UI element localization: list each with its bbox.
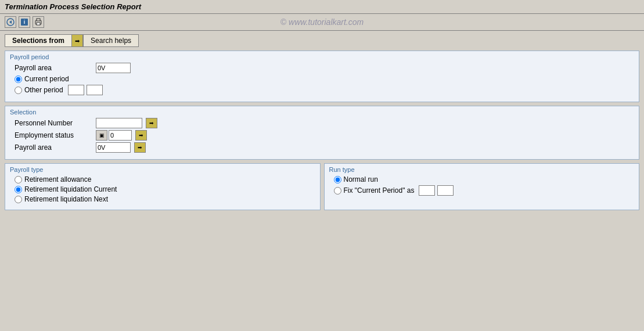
fix-period-input2[interactable] bbox=[437, 185, 454, 196]
fix-current-period-radio[interactable] bbox=[334, 187, 341, 195]
toolbar: i © www.tutorialkart.com bbox=[0, 14, 644, 31]
other-period-radio[interactable] bbox=[15, 87, 22, 94]
info-icon[interactable]: i bbox=[19, 16, 30, 28]
tab-arrow-icon: ➡ bbox=[71, 34, 83, 47]
tab-bar: Selections from ➡ Search helps bbox=[5, 34, 639, 47]
payroll-area-input[interactable] bbox=[96, 63, 131, 73]
personnel-number-label: Personnel Number bbox=[15, 119, 96, 127]
current-period-radio[interactable] bbox=[15, 75, 22, 83]
payroll-type-section: Payroll type Retirement allowance Retire… bbox=[5, 163, 321, 210]
payroll-period-title: Payroll period bbox=[10, 53, 634, 60]
tab-search-helps[interactable]: Search helps bbox=[83, 34, 139, 47]
retirement-liquidation-next-label: Retirement liquidation Next bbox=[24, 195, 108, 203]
normal-run-row: Normal run bbox=[329, 175, 635, 184]
employment-status-search-btn[interactable]: ➡ bbox=[135, 130, 147, 141]
retirement-allowance-row: Retirement allowance bbox=[10, 175, 315, 184]
other-period-input1[interactable] bbox=[68, 85, 84, 95]
fix-current-period-label: Fix "Current Period" as bbox=[344, 186, 415, 195]
watermark: © www.tutorialkart.com bbox=[280, 17, 364, 27]
normal-run-label: Normal run bbox=[344, 175, 378, 184]
other-period-row: Other period bbox=[10, 85, 634, 95]
selection-payroll-area-label: Payroll area bbox=[15, 143, 96, 152]
normal-run-radio[interactable] bbox=[334, 176, 341, 184]
fix-period-input1[interactable] bbox=[419, 185, 435, 196]
run-type-section: Run type Normal run Fix "Current Period"… bbox=[324, 163, 640, 210]
tab-selections-from[interactable]: Selections from bbox=[5, 34, 71, 47]
other-period-label: Other period bbox=[24, 86, 63, 94]
payroll-area-label: Payroll area bbox=[15, 64, 96, 72]
retirement-liquidation-next-row: Retirement liquidation Next bbox=[10, 195, 315, 203]
retirement-liquidation-current-row: Retirement liquidation Current bbox=[10, 185, 315, 193]
selection-section: Selection Personnel Number ➡ Employment … bbox=[5, 106, 639, 160]
personnel-number-search-btn[interactable]: ➡ bbox=[146, 118, 157, 128]
bottom-sections: Payroll type Retirement allowance Retire… bbox=[5, 163, 639, 214]
run-type-title: Run type bbox=[329, 166, 635, 173]
employment-status-input[interactable] bbox=[109, 130, 132, 141]
svg-text:i: i bbox=[24, 19, 26, 25]
retirement-allowance-label: Retirement allowance bbox=[24, 175, 91, 184]
retirement-liquidation-current-label: Retirement liquidation Current bbox=[24, 185, 117, 193]
content: Selections from ➡ Search helps Payroll p… bbox=[0, 31, 644, 217]
toolbar-icons: i bbox=[5, 16, 44, 28]
personnel-number-input[interactable] bbox=[96, 118, 142, 128]
back-icon[interactable] bbox=[5, 16, 16, 28]
fix-current-period-row: Fix "Current Period" as bbox=[329, 185, 635, 196]
payroll-type-title: Payroll type bbox=[10, 166, 315, 173]
svg-rect-5 bbox=[37, 19, 40, 21]
retirement-liquidation-next-radio[interactable] bbox=[15, 196, 22, 203]
employment-status-label: Employment status bbox=[15, 131, 96, 139]
current-period-label: Current period bbox=[24, 75, 69, 83]
selection-payroll-area-search-btn[interactable]: ➡ bbox=[134, 142, 146, 153]
employment-status-row: Employment status ▣ ➡ bbox=[10, 130, 634, 141]
selection-payroll-area-row: Payroll area ➡ bbox=[10, 142, 634, 153]
retirement-liquidation-current-radio[interactable] bbox=[15, 186, 22, 193]
svg-rect-6 bbox=[37, 23, 40, 25]
svg-marker-1 bbox=[9, 20, 12, 24]
print-icon[interactable] bbox=[33, 16, 44, 28]
payroll-area-row: Payroll area bbox=[10, 63, 634, 73]
other-period-input2[interactable] bbox=[87, 85, 103, 95]
retirement-allowance-radio[interactable] bbox=[15, 176, 22, 184]
title-bar: Termination Process Selection Report bbox=[0, 0, 644, 14]
selection-payroll-area-input[interactable] bbox=[96, 142, 131, 153]
personnel-number-row: Personnel Number ➡ bbox=[10, 118, 634, 128]
payroll-period-section: Payroll period Payroll area Current peri… bbox=[5, 51, 639, 102]
selection-title: Selection bbox=[10, 109, 634, 116]
page-title: Termination Process Selection Report bbox=[5, 2, 639, 11]
current-period-row: Current period bbox=[10, 75, 634, 83]
employment-status-icon[interactable]: ▣ bbox=[96, 130, 107, 141]
